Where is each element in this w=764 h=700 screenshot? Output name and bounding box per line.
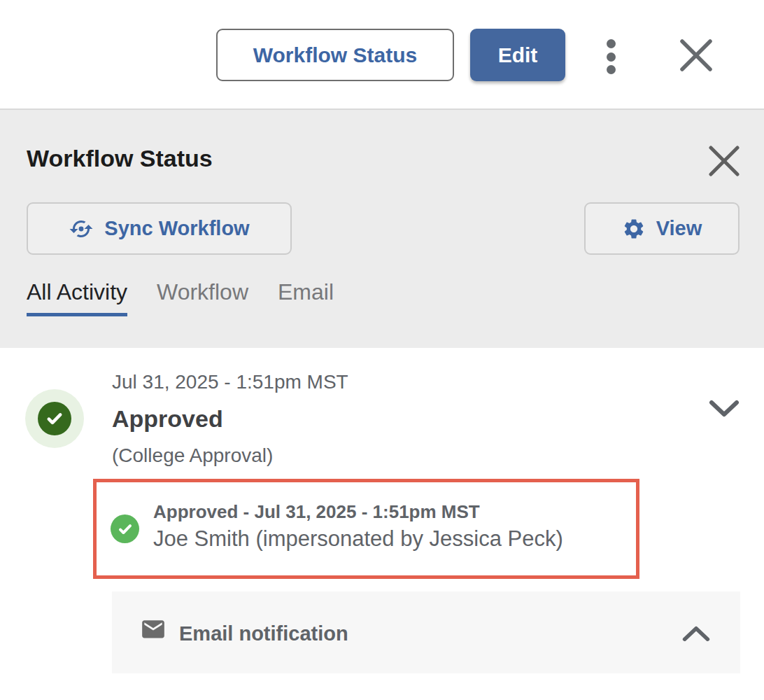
view-button[interactable]: View bbox=[584, 202, 740, 255]
edit-button-label: Edit bbox=[498, 43, 538, 67]
entry-step: (College Approval) bbox=[112, 444, 273, 467]
sync-workflow-button[interactable]: Sync Workflow bbox=[27, 202, 292, 255]
activity-tabs: All Activity Workflow Email bbox=[27, 279, 334, 316]
approval-detail-highlight: Approved - Jul 31, 2025 - 1:51pm MST Joe… bbox=[93, 479, 639, 579]
approved-status-badge bbox=[25, 389, 84, 448]
workflow-status-button-label: Workflow Status bbox=[253, 43, 417, 67]
sync-workflow-label: Sync Workflow bbox=[104, 217, 249, 240]
sync-icon bbox=[69, 216, 94, 241]
tab-workflow[interactable]: Workflow bbox=[157, 279, 248, 316]
workflow-status-button[interactable]: Workflow Status bbox=[216, 29, 454, 81]
entry-status: Approved bbox=[112, 405, 223, 433]
close-icon[interactable] bbox=[678, 37, 714, 74]
approval-detail-headline: Approved - Jul 31, 2025 - 1:51pm MST bbox=[153, 501, 480, 523]
top-action-bar: Workflow Status Edit bbox=[0, 0, 764, 108]
chevron-down-icon[interactable] bbox=[708, 398, 740, 419]
email-notification-row[interactable]: Email notification bbox=[112, 592, 740, 673]
panel-title: Workflow Status bbox=[27, 145, 213, 172]
activity-timeline: Jul 31, 2025 - 1:51pm MST Approved (Coll… bbox=[0, 348, 764, 700]
tab-email[interactable]: Email bbox=[278, 279, 334, 316]
more-options-icon[interactable] bbox=[605, 39, 616, 74]
entry-timestamp: Jul 31, 2025 - 1:51pm MST bbox=[112, 371, 348, 393]
check-circle-icon bbox=[38, 402, 71, 435]
email-notification-label: Email notification bbox=[179, 622, 348, 645]
approval-detail-actor: Joe Smith (impersonated by Jessica Peck) bbox=[153, 526, 563, 552]
chevron-up-icon[interactable] bbox=[681, 624, 711, 643]
check-circle-small-icon bbox=[111, 514, 139, 543]
panel-close-icon[interactable] bbox=[708, 145, 740, 177]
edit-button[interactable]: Edit bbox=[470, 29, 565, 81]
workflow-status-dialog: Workflow Status Edit Workflow Status Syn… bbox=[0, 0, 764, 700]
tab-all-activity[interactable]: All Activity bbox=[27, 279, 127, 316]
gear-icon bbox=[622, 217, 646, 241]
workflow-status-panel: Workflow Status Sync Workflow View All A… bbox=[0, 108, 764, 348]
mail-icon bbox=[140, 620, 167, 643]
view-button-label: View bbox=[656, 217, 702, 240]
